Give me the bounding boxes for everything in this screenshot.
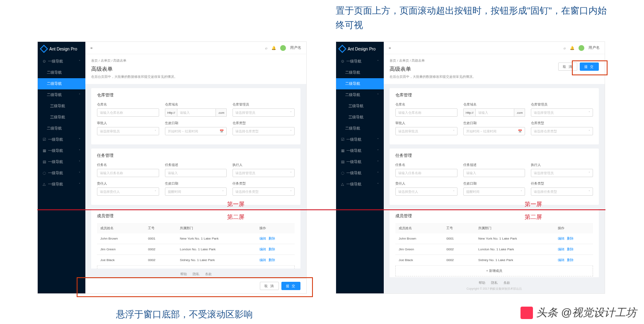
delete-link[interactable]: 删除 [567, 236, 574, 241]
sidebar-item[interactable]: 二级导航˄ [38, 89, 85, 101]
sidebar-item[interactable]: ▤ 一级导航˅ [336, 156, 384, 168]
avatar[interactable] [280, 45, 286, 51]
sidebar-item[interactable]: ☑ 一级导航˅ [336, 134, 384, 145]
text-input[interactable]: 请输入 [165, 169, 227, 177]
field-label: 任务类型 [232, 181, 295, 186]
cancel-button[interactable]: 取 消 [558, 62, 577, 71]
text-input[interactable]: 请选择管理员˅ [531, 169, 593, 177]
delete-link[interactable]: 删除 [567, 258, 574, 262]
edit-link[interactable]: 编辑 [259, 236, 266, 241]
card-task: 任务管理任务名请输入任务名称任务描述请输入执行人请选择管理员˅责任人请选择责任人… [91, 149, 300, 205]
link-terms[interactable]: 条款 [504, 281, 510, 285]
table-row: Joe Black0002Sidney No. 1 Lake Park编辑删除 [395, 255, 593, 266]
search-icon[interactable]: ⌕ [265, 46, 267, 50]
add-member-button[interactable]: + 新增成员 [97, 266, 295, 269]
link-privacy[interactable]: 隐私 [193, 272, 199, 276]
text-input[interactable]: 请选择责任人˅ [395, 187, 458, 196]
topbar: ≡ ⌕ 🔔 用户名 [384, 42, 605, 54]
sidebar-item[interactable]: ▤ 一级导航˅ [38, 156, 85, 168]
text-input[interactable]: 请选择管理员˅ [531, 108, 593, 117]
delete-link[interactable]: 删除 [269, 247, 275, 252]
sidebar-item[interactable]: ⊙ 一级导航˄ [38, 56, 85, 67]
sidebar-item[interactable]: ⊙ 一级导航˄ [336, 56, 384, 67]
delete-link[interactable]: 删除 [269, 236, 275, 241]
field-label: 任务名 [395, 163, 458, 167]
card-title: 成员管理 [97, 213, 295, 219]
sidebar-item[interactable]: 二级导航 [336, 123, 384, 134]
sidebar-item[interactable]: 三级导航 [38, 101, 85, 112]
domain-input[interactable]: Http://请输入.com [463, 108, 525, 117]
text-input[interactable]: 提醒时间˅ [463, 187, 525, 196]
chevron-down-icon: ˅ [588, 171, 590, 175]
sidebar-item[interactable]: 二级导航 [336, 78, 384, 89]
field-label: 仓库管理员 [531, 102, 593, 107]
submit-button[interactable]: 提 交 [580, 62, 599, 71]
link-privacy[interactable]: 隐私 [491, 281, 498, 285]
edit-link[interactable]: 编辑 [259, 258, 266, 262]
text-input[interactable]: 开始时间 ~ 结束时间📅 [463, 127, 525, 135]
bell-icon[interactable]: 🔔 [271, 46, 276, 50]
edit-link[interactable]: 编辑 [558, 247, 564, 252]
cancel-button[interactable]: 取 消 [260, 282, 279, 290]
sidebar-item[interactable]: 三级导航 [336, 112, 384, 123]
text-input[interactable]: 请输入仓库名称 [97, 108, 159, 117]
delete-link[interactable]: 删除 [269, 258, 275, 262]
edit-link[interactable]: 编辑 [558, 236, 564, 241]
text-input[interactable]: 请选择审批员˅ [97, 127, 159, 135]
username[interactable]: 用户名 [290, 45, 301, 50]
sidebar-item[interactable]: 二级导航 [38, 67, 85, 78]
mock-right: Ant Design Pro ⊙ 一级导航˄二级导航二级导航二级导航˄三级导航三… [336, 41, 605, 294]
chevron-icon: ˅ [377, 138, 379, 142]
sidebar-item[interactable]: ☑ 一级导航˅ [38, 134, 85, 145]
text-input[interactable]: 请选择任务类型˅ [531, 187, 593, 196]
delete-link[interactable]: 删除 [567, 247, 574, 252]
text-input[interactable]: 请选择仓库类型˅ [232, 127, 295, 135]
text-input[interactable]: 请选择仓库类型˅ [531, 127, 593, 135]
calendar-icon: 📅 [518, 130, 522, 133]
sidebar-item[interactable]: ◌ 一级导航˅ [38, 168, 85, 179]
submit-button[interactable]: 提 交 [281, 282, 300, 290]
sidebar-item[interactable]: ◌ 一级导航˅ [336, 168, 384, 179]
sidebar-item[interactable]: 二级导航 [38, 123, 85, 134]
text-input[interactable]: 开始时间 ~ 结束时间📅 [165, 127, 227, 135]
search-icon[interactable]: ⌕ [564, 46, 566, 50]
text-input[interactable]: 请选择管理员˅ [232, 108, 295, 117]
breadcrumb[interactable]: 首页 / 表单页 / 高级表单 [91, 58, 300, 63]
link-terms[interactable]: 条款 [205, 272, 212, 276]
domain-input[interactable]: Http://请输入.com [165, 108, 227, 117]
text-input[interactable]: 请输入任务名称 [395, 169, 458, 177]
text-input[interactable]: 提醒时间˅ [165, 187, 227, 196]
main-area: ≡ ⌕ 🔔 用户名 首页 / 表单页 / 高级表单 高级表单 在后台页面中，大批… [85, 42, 306, 293]
logo[interactable]: Ant Design Pro [38, 42, 85, 56]
sidebar-item[interactable]: 二级导航 [336, 67, 384, 78]
edit-link[interactable]: 编辑 [259, 247, 266, 252]
sidebar-item[interactable]: △ 一级导航˅ [38, 179, 85, 190]
card-members: 成员管理成员姓名工号所属部门操作John Brown0001New York N… [91, 209, 300, 269]
edit-link[interactable]: 编辑 [558, 258, 564, 262]
sidebar-item[interactable]: 二级导航˄ [336, 89, 384, 101]
sidebar-item[interactable]: ▦ 一级导航˅ [336, 145, 384, 156]
avatar[interactable] [579, 45, 584, 51]
menu-trigger-icon[interactable]: ≡ [90, 46, 92, 50]
link-help[interactable]: 帮助 [479, 281, 485, 285]
logo[interactable]: Ant Design Pro [336, 42, 384, 56]
menu-trigger-icon[interactable]: ≡ [389, 46, 391, 50]
text-input[interactable]: 请选择责任人˅ [97, 187, 159, 196]
link-help[interactable]: 帮助 [180, 272, 187, 276]
text-input[interactable]: 请输入仓库名称 [395, 108, 458, 117]
text-input[interactable]: 请选择审批员˅ [395, 127, 458, 135]
add-member-button[interactable]: + 新增成员 [395, 266, 593, 276]
sidebar-item[interactable]: △ 一级导航˅ [336, 179, 384, 190]
text-input[interactable]: 请输入任务名称 [97, 169, 159, 177]
sidebar-item[interactable]: ▦ 一级导航˅ [38, 145, 85, 156]
bell-icon[interactable]: 🔔 [570, 46, 574, 50]
text-input[interactable]: 请输入 [463, 169, 525, 177]
sidebar-item[interactable]: 二级导航 [38, 78, 85, 89]
sidebar-item[interactable]: 三级导航 [38, 112, 85, 123]
nav-icon: △ [341, 182, 345, 186]
field-label: 生效日期 [463, 121, 525, 125]
text-input[interactable]: 请选择任务类型˅ [232, 187, 295, 196]
text-input[interactable]: 请选择管理员˅ [232, 169, 295, 177]
username[interactable]: 用户名 [588, 45, 600, 50]
sidebar-item[interactable]: 三级导航 [336, 101, 384, 112]
